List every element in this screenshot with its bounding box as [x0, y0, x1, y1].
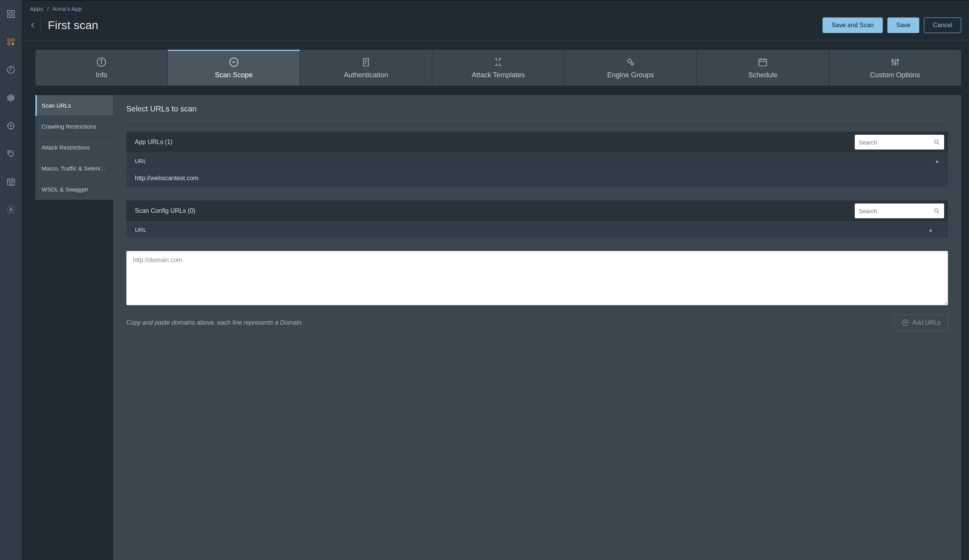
rail-scan-icon[interactable]	[5, 64, 17, 76]
app-urls-header: App URLs (1)	[135, 139, 855, 146]
sidenav-item-scan-urls[interactable]: Scan URLs	[35, 95, 113, 116]
rail-vulnerabilities-icon[interactable]	[5, 92, 17, 104]
tab-label: Custom Options	[870, 71, 920, 79]
svg-point-12	[8, 96, 10, 98]
tab-custom-options[interactable]: Custom Options	[829, 50, 961, 86]
scan-config-col-header[interactable]: URL ▲	[126, 221, 948, 238]
help-text: Copy and paste domains above, each line …	[126, 319, 894, 326]
app-urls-card: App URLs (1) URL ▲ http://webscantest.co…	[126, 132, 948, 187]
svg-point-10	[10, 95, 12, 97]
tab-info[interactable]: Info	[35, 50, 167, 86]
info-icon	[96, 57, 106, 67]
sidenav: Scan URLs Crawling Restrictions Attack R…	[35, 95, 113, 560]
template-icon	[493, 57, 503, 67]
title-row: First scan Save and Scan Save Cancel	[22, 15, 969, 40]
svg-point-47	[892, 60, 893, 62]
sidenav-item-crawling[interactable]: Crawling Restrictions	[35, 116, 113, 137]
main-area: Apps / Anna's App First scan Save and Sc…	[22, 0, 969, 560]
svg-line-51	[938, 143, 939, 144]
content-area: Scan URLs Crawling Restrictions Attack R…	[35, 95, 961, 560]
domains-textarea[interactable]	[126, 251, 948, 305]
svg-rect-0	[7, 10, 10, 13]
svg-point-21	[10, 125, 12, 127]
calendar-icon	[758, 57, 768, 67]
cancel-button[interactable]: Cancel	[924, 17, 961, 33]
table-row[interactable]: http://webscantest.com	[126, 169, 948, 187]
svg-point-13	[12, 96, 14, 98]
sort-asc-icon: ▲	[935, 158, 939, 164]
engine-icon	[626, 57, 636, 67]
auth-icon	[361, 57, 371, 67]
back-button[interactable]	[25, 17, 41, 33]
add-urls-label: Add URLs	[912, 319, 941, 326]
plus-circle-icon	[901, 319, 909, 327]
tab-authentication[interactable]: Authentication	[300, 50, 432, 86]
breadcrumb: Apps / Anna's App	[22, 1, 969, 15]
tab-label: Attack Templates	[472, 71, 525, 79]
tab-label: Info	[96, 71, 107, 79]
rail-dashboard-icon[interactable]	[5, 8, 17, 20]
app-urls-search-input[interactable]	[859, 139, 933, 146]
svg-rect-3	[12, 15, 14, 17]
svg-point-48	[894, 63, 896, 64]
svg-line-53	[938, 212, 939, 213]
add-urls-button[interactable]: Add URLs	[894, 315, 948, 331]
panel-title: Select URLs to scan	[126, 104, 948, 121]
tab-label: Scan Scope	[215, 71, 253, 79]
rail-target-icon[interactable]	[5, 120, 17, 132]
scan-config-urls-card: Scan Config URLs (0) URL ▲	[126, 200, 948, 238]
tabs: Info Scan Scope Authentication Attack Te…	[35, 50, 961, 86]
app-urls-search[interactable]	[855, 135, 944, 150]
sidenav-item-wsdl[interactable]: WSDL & Swagger	[35, 179, 113, 200]
scan-config-header: Scan Config URLs (0)	[135, 207, 855, 214]
panel: Select URLs to scan App URLs (1) URL ▲ h…	[113, 95, 961, 560]
svg-point-9	[10, 97, 12, 99]
sort-asc-icon: ▲	[929, 227, 933, 233]
save-button[interactable]: Save	[887, 17, 919, 33]
left-rail	[0, 0, 22, 560]
svg-point-29	[10, 209, 12, 211]
tab-label: Engine Groups	[607, 71, 654, 79]
sliders-icon	[890, 57, 900, 67]
rail-schedule-icon[interactable]	[5, 176, 17, 188]
search-icon	[933, 139, 940, 146]
tab-engine-groups[interactable]: Engine Groups	[565, 50, 697, 86]
sidenav-item-attack[interactable]: Attack Restrictions	[35, 137, 113, 158]
scan-config-search[interactable]	[855, 203, 944, 218]
svg-point-22	[9, 152, 10, 153]
app-urls-col-header[interactable]: URL ▲	[126, 153, 948, 169]
svg-point-4	[8, 39, 10, 41]
rail-tags-icon[interactable]	[5, 148, 17, 160]
sidenav-item-macro[interactable]: Macro, Traffic & Selenium	[35, 158, 113, 179]
svg-point-39	[631, 63, 634, 65]
svg-point-5	[12, 39, 14, 41]
page-title: First scan	[48, 19, 818, 32]
svg-rect-2	[7, 15, 10, 17]
svg-point-7	[12, 43, 14, 45]
breadcrumb-current[interactable]: Anna's App	[52, 5, 82, 12]
tab-label: Schedule	[748, 71, 777, 79]
svg-point-50	[934, 140, 938, 143]
breadcrumb-root[interactable]: Apps	[30, 5, 43, 12]
scan-config-search-input[interactable]	[859, 208, 933, 214]
breadcrumb-sep: /	[45, 5, 51, 12]
save-and-scan-button[interactable]: Save and Scan	[823, 17, 883, 33]
rail-settings-icon[interactable]	[5, 203, 17, 216]
rail-apps-icon[interactable]	[5, 36, 17, 48]
svg-point-49	[897, 59, 898, 61]
svg-point-14	[8, 98, 10, 100]
search-icon	[933, 207, 940, 214]
tab-label: Authentication	[344, 71, 388, 79]
col-url-label: URL	[135, 158, 935, 164]
col-url-label: URL	[135, 226, 146, 233]
tab-schedule[interactable]: Schedule	[697, 50, 829, 86]
svg-point-15	[12, 98, 14, 100]
svg-point-32	[101, 60, 102, 61]
svg-point-52	[934, 209, 938, 212]
svg-point-38	[627, 59, 631, 63]
svg-point-11	[10, 99, 12, 101]
svg-rect-1	[12, 10, 14, 13]
scope-icon	[229, 57, 239, 67]
tab-attack-templates[interactable]: Attack Templates	[432, 50, 564, 86]
tab-scan-scope[interactable]: Scan Scope	[167, 50, 300, 86]
